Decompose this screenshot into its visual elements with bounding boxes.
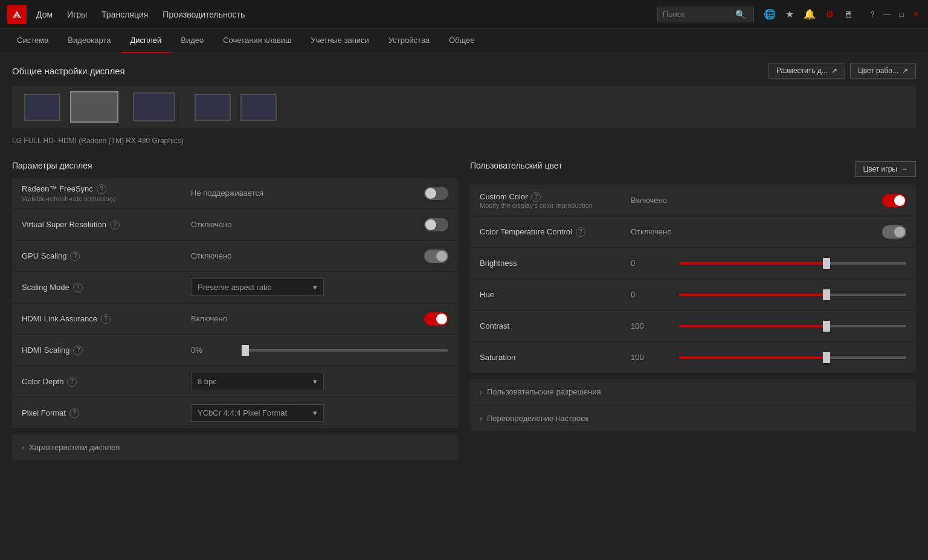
search-box[interactable]: 🔍 [657,7,754,22]
vsr-toggle[interactable] [424,218,448,231]
arrange-button[interactable]: Разместить д... ↗ [768,63,845,79]
game-color-button[interactable]: Цвет игры → [855,161,916,177]
gpu-scaling-value: Отключено [191,251,239,260]
hdmi-scaling-thumb[interactable] [242,345,249,356]
contrast-label: Contrast [480,321,509,330]
hdmi-assurance-label: HDMI Link Assurance [22,314,97,323]
brightness-value: 0 [631,259,635,268]
monitor-thumb-3[interactable] [133,92,175,121]
tab-gpu[interactable]: Видеокарта [58,29,120,53]
hue-track[interactable] [679,294,906,296]
nav-home[interactable]: Дом [36,10,53,19]
contrast-thumb[interactable] [823,321,830,332]
close-btn[interactable]: ✕ [911,10,921,19]
color-depth-label: Color Depth [22,377,63,386]
gpu-scaling-help[interactable]: ? [70,251,80,261]
vsr-help[interactable]: ? [110,220,120,230]
freesync-sublabel: Variable-refresh-rate technology [22,195,191,202]
saturation-label: Saturation [480,353,515,362]
saturation-thumb[interactable] [823,352,830,363]
right-panel: Пользовательский цвет Цвет игры → Custom… [470,161,916,460]
setting-saturation: Saturation 100 [470,342,916,373]
section-title: Общие настройки дисплея [12,66,125,76]
nav-links: Дом Игры Трансляция Производительность [36,10,245,19]
monitor-thumb-5[interactable] [240,94,277,121]
left-panel: Параметры дисплея Radeon™ FreeSync ? Var… [12,161,458,460]
chevron-right-icon: › [22,443,24,452]
monitor-icon[interactable]: 🖥 [843,9,853,20]
globe-icon[interactable]: 🌐 [764,8,776,20]
hdmi-scaling-help[interactable]: ? [73,346,83,355]
pixel-format-help[interactable]: ? [69,408,79,418]
arrange-icon: ↗ [831,66,837,75]
hue-thumb[interactable] [823,289,830,300]
tab-devices[interactable]: Устройства [379,29,439,53]
right-panel-title: Пользовательский цвет [470,161,562,170]
nav-broadcast[interactable]: Трансляция [102,10,148,19]
setting-color-depth: Color Depth ? 8 bpc ▾ [12,366,458,397]
star-icon[interactable]: ★ [785,8,794,20]
freesync-toggle[interactable] [424,187,448,200]
hdmi-scaling-track[interactable] [245,349,448,352]
monitor-thumb-2[interactable] [70,91,118,123]
saturation-value: 100 [631,353,644,362]
contrast-track[interactable] [679,325,906,327]
hdmi-assurance-help[interactable]: ? [101,314,111,324]
monitor-thumb-1[interactable] [24,94,60,121]
color-depth-dropdown[interactable]: 8 bpc ▾ [191,373,324,390]
hue-fill [679,294,826,296]
pixel-format-dropdown[interactable]: YCbCr 4:4:4 Pixel Format ▾ [191,404,324,422]
collapse-override-settings[interactable]: › Переопределение настроек [470,405,916,431]
tab-bar: Система Видеокарта Дисплей Видео Сочетан… [0,29,928,53]
bell-icon[interactable]: 🔔 [804,8,816,20]
monitor-thumb-4[interactable] [195,94,231,121]
custom-color-value: Включено [631,196,667,205]
nav-performance[interactable]: Производительность [163,10,245,19]
custom-color-help[interactable]: ? [531,192,541,202]
brightness-thumb[interactable] [823,258,830,269]
top-right: 🔍 🌐 ★ 🔔 ⚙ 🖥 ? — □ ✕ [657,7,921,22]
minimize-btn[interactable]: — [882,10,892,19]
custom-color-sublabel: Modify the display's color reproduction [480,202,631,209]
color-temp-help[interactable]: ? [576,227,585,237]
restore-btn[interactable]: □ [897,10,906,19]
desktop-color-icon: ↗ [902,66,908,75]
hdmi-assurance-value: Включено [191,314,239,323]
tab-display[interactable]: Дисплей [121,29,172,53]
pixel-format-dropdown-value: YCbCr 4:4:4 Pixel Format [198,408,287,417]
tab-video[interactable]: Видео [171,29,213,53]
color-temp-value: Отключено [631,227,671,236]
color-temp-toggle[interactable] [882,225,906,239]
tab-accounts[interactable]: Учетные записи [301,29,378,53]
color-depth-help[interactable]: ? [67,377,77,387]
setting-gpu-scaling: GPU Scaling ? Отключено [12,240,458,272]
scaling-mode-dropdown-value: Preserve aspect ratio [198,283,272,292]
collapse-override-label: Переопределение настроек [487,414,588,423]
hdmi-scaling-label: HDMI Scaling [22,346,69,355]
gpu-scaling-toggle[interactable] [424,249,448,263]
saturation-track[interactable] [679,356,906,359]
hdmi-assurance-toggle[interactable] [424,312,448,326]
brightness-track[interactable] [679,262,906,265]
search-input[interactable] [663,10,735,19]
collapse-label: Характеристики дисплея [29,443,120,452]
scaling-mode-help[interactable]: ? [73,283,83,292]
tab-system[interactable]: Система [7,29,58,53]
saturation-fill [679,356,826,359]
color-depth-chevron: ▾ [313,377,317,386]
window-controls: ? — □ ✕ [868,10,921,19]
nav-games[interactable]: Игры [67,10,87,19]
help-btn[interactable]: ? [868,10,877,19]
collapse-custom-resolutions[interactable]: › Пользовательские разрешения [470,378,916,405]
collapse-custom-res-label: Пользовательские разрешения [487,387,601,396]
collapse-display-specs[interactable]: › Характеристики дисплея [12,434,458,460]
amd-logo [7,5,27,24]
freesync-help[interactable]: ? [97,184,106,194]
custom-color-toggle[interactable] [882,194,906,207]
scaling-mode-dropdown[interactable]: Preserve aspect ratio ▾ [191,278,324,296]
gear-icon[interactable]: ⚙ [825,8,834,20]
tab-shortcuts[interactable]: Сочетания клавиш [213,29,301,53]
tab-general[interactable]: Общее [439,29,485,53]
desktop-color-button[interactable]: Цвет рабо... ↗ [850,63,916,79]
hdmi-scaling-value: 0% [191,346,239,355]
